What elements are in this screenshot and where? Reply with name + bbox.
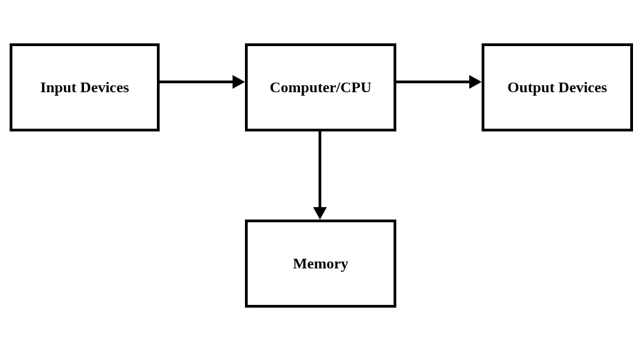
output-devices-box: Output Devices xyxy=(482,43,633,131)
arrow-input-to-cpu-line xyxy=(160,81,233,83)
arrow-cpu-to-memory-line xyxy=(319,131,321,207)
memory-label: Memory xyxy=(293,255,349,273)
memory-box: Memory xyxy=(245,220,396,308)
input-devices-box: Input Devices xyxy=(10,43,160,131)
arrow-cpu-to-output-head xyxy=(469,75,482,89)
output-devices-label: Output Devices xyxy=(508,78,608,96)
computer-cpu-box: Computer/CPU xyxy=(245,43,396,131)
arrow-cpu-to-output-line xyxy=(396,81,469,83)
computer-cpu-label: Computer/CPU xyxy=(270,78,372,96)
arrow-cpu-to-memory-head xyxy=(313,207,327,220)
arrow-input-to-cpu-head xyxy=(233,75,245,89)
input-devices-label: Input Devices xyxy=(41,78,129,96)
